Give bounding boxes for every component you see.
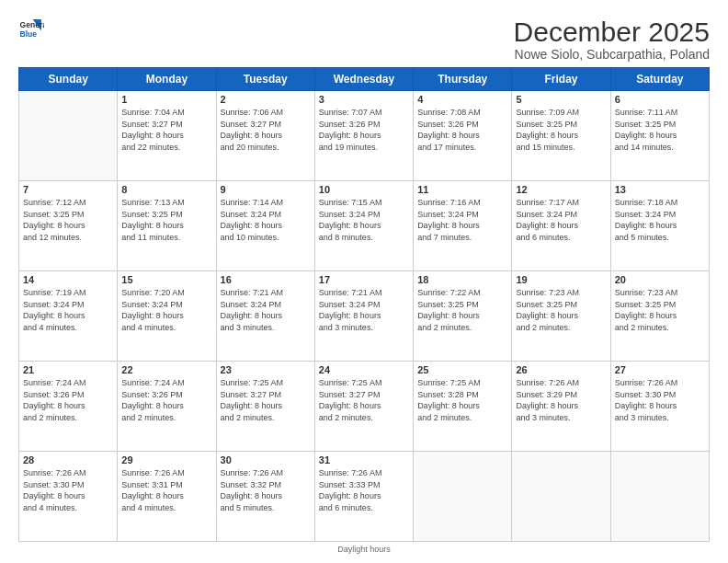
calendar-cell: 10Sunrise: 7:15 AM Sunset: 3:24 PM Dayli… [314, 181, 413, 271]
day-info: Sunrise: 7:26 AM Sunset: 3:31 PM Dayligh… [121, 467, 211, 513]
calendar-cell [610, 452, 709, 542]
calendar-week-1: 1Sunrise: 7:04 AM Sunset: 3:27 PM Daylig… [19, 91, 710, 181]
calendar-cell: 25Sunrise: 7:25 AM Sunset: 3:28 PM Dayli… [414, 362, 512, 452]
day-info: Sunrise: 7:21 AM Sunset: 3:24 PM Dayligh… [221, 287, 311, 333]
title-block: December 2025 Nowe Siolo, Subcarpathia, … [514, 17, 710, 62]
calendar-cell: 12Sunrise: 7:17 AM Sunset: 3:24 PM Dayli… [512, 181, 610, 271]
day-number: 25 [417, 364, 507, 375]
day-number: 23 [221, 364, 311, 375]
calendar-header-thursday: Thursday [414, 68, 512, 91]
day-number: 21 [23, 364, 113, 375]
day-number: 6 [615, 94, 705, 105]
calendar-cell: 30Sunrise: 7:26 AM Sunset: 3:32 PM Dayli… [216, 452, 314, 542]
day-number: 7 [23, 184, 113, 195]
calendar-cell: 13Sunrise: 7:18 AM Sunset: 3:24 PM Dayli… [610, 181, 709, 271]
calendar-cell: 31Sunrise: 7:26 AM Sunset: 3:33 PM Dayli… [314, 452, 413, 542]
day-info: Sunrise: 7:18 AM Sunset: 3:24 PM Dayligh… [615, 197, 705, 243]
logo: General Blue [18, 17, 44, 42]
calendar-cell: 6Sunrise: 7:11 AM Sunset: 3:25 PM Daylig… [610, 91, 709, 181]
day-info: Sunrise: 7:26 AM Sunset: 3:30 PM Dayligh… [615, 377, 705, 423]
day-number: 10 [319, 184, 409, 195]
calendar-cell [19, 91, 118, 181]
day-number: 4 [417, 94, 507, 105]
calendar-cell: 29Sunrise: 7:26 AM Sunset: 3:31 PM Dayli… [118, 452, 216, 542]
day-info: Sunrise: 7:12 AM Sunset: 3:25 PM Dayligh… [23, 197, 113, 243]
day-number: 12 [516, 184, 606, 195]
day-number: 11 [417, 184, 507, 195]
calendar-cell: 15Sunrise: 7:20 AM Sunset: 3:24 PM Dayli… [118, 271, 216, 362]
calendar-header-saturday: Saturday [610, 68, 709, 91]
day-number: 30 [221, 454, 311, 465]
day-info: Sunrise: 7:23 AM Sunset: 3:25 PM Dayligh… [516, 287, 606, 333]
calendar-cell: 26Sunrise: 7:26 AM Sunset: 3:29 PM Dayli… [512, 362, 610, 452]
calendar-cell: 28Sunrise: 7:26 AM Sunset: 3:30 PM Dayli… [19, 452, 118, 542]
day-number: 1 [121, 94, 211, 105]
calendar-week-3: 14Sunrise: 7:19 AM Sunset: 3:24 PM Dayli… [19, 271, 710, 362]
day-number: 5 [516, 94, 606, 105]
location: Nowe Siolo, Subcarpathia, Poland [514, 47, 710, 62]
calendar-cell: 19Sunrise: 7:23 AM Sunset: 3:25 PM Dayli… [512, 271, 610, 362]
day-number: 2 [221, 94, 311, 105]
day-info: Sunrise: 7:21 AM Sunset: 3:24 PM Dayligh… [319, 287, 409, 333]
calendar-cell: 4Sunrise: 7:08 AM Sunset: 3:26 PM Daylig… [414, 91, 512, 181]
calendar-cell: 8Sunrise: 7:13 AM Sunset: 3:25 PM Daylig… [118, 181, 216, 271]
day-info: Sunrise: 7:13 AM Sunset: 3:25 PM Dayligh… [121, 197, 211, 243]
header: General Blue December 2025 Nowe Siolo, S… [18, 17, 710, 62]
day-info: Sunrise: 7:23 AM Sunset: 3:25 PM Dayligh… [615, 287, 705, 333]
day-number: 16 [221, 274, 311, 285]
day-info: Sunrise: 7:16 AM Sunset: 3:24 PM Dayligh… [417, 197, 507, 243]
day-info: Sunrise: 7:26 AM Sunset: 3:33 PM Dayligh… [319, 467, 409, 513]
day-number: 14 [23, 274, 113, 285]
calendar-week-5: 28Sunrise: 7:26 AM Sunset: 3:30 PM Dayli… [19, 452, 710, 542]
day-number: 8 [121, 184, 211, 195]
calendar-cell: 17Sunrise: 7:21 AM Sunset: 3:24 PM Dayli… [314, 271, 413, 362]
footer-note: Daylight hours [18, 545, 710, 554]
calendar-cell: 3Sunrise: 7:07 AM Sunset: 3:26 PM Daylig… [314, 91, 413, 181]
day-info: Sunrise: 7:20 AM Sunset: 3:24 PM Dayligh… [121, 287, 211, 333]
day-info: Sunrise: 7:22 AM Sunset: 3:25 PM Dayligh… [417, 287, 507, 333]
day-info: Sunrise: 7:25 AM Sunset: 3:27 PM Dayligh… [221, 377, 311, 423]
calendar-cell: 24Sunrise: 7:25 AM Sunset: 3:27 PM Dayli… [314, 362, 413, 452]
calendar-cell: 7Sunrise: 7:12 AM Sunset: 3:25 PM Daylig… [19, 181, 118, 271]
calendar-cell [414, 452, 512, 542]
day-info: Sunrise: 7:25 AM Sunset: 3:28 PM Dayligh… [417, 377, 507, 423]
calendar-cell: 22Sunrise: 7:24 AM Sunset: 3:26 PM Dayli… [118, 362, 216, 452]
day-number: 9 [221, 184, 311, 195]
calendar-week-4: 21Sunrise: 7:24 AM Sunset: 3:26 PM Dayli… [19, 362, 710, 452]
calendar-cell: 16Sunrise: 7:21 AM Sunset: 3:24 PM Dayli… [216, 271, 314, 362]
day-number: 19 [516, 274, 606, 285]
day-info: Sunrise: 7:06 AM Sunset: 3:27 PM Dayligh… [221, 107, 311, 153]
calendar-header-sunday: Sunday [19, 68, 118, 91]
day-number: 22 [121, 364, 211, 375]
svg-text:General: General [20, 20, 44, 29]
calendar-cell: 2Sunrise: 7:06 AM Sunset: 3:27 PM Daylig… [216, 91, 314, 181]
day-number: 15 [121, 274, 211, 285]
calendar-header-row: SundayMondayTuesdayWednesdayThursdayFrid… [19, 68, 710, 91]
day-number: 18 [417, 274, 507, 285]
calendar-header-wednesday: Wednesday [314, 68, 413, 91]
day-info: Sunrise: 7:11 AM Sunset: 3:25 PM Dayligh… [615, 107, 705, 153]
calendar-cell: 9Sunrise: 7:14 AM Sunset: 3:24 PM Daylig… [216, 181, 314, 271]
calendar-cell: 5Sunrise: 7:09 AM Sunset: 3:25 PM Daylig… [512, 91, 610, 181]
calendar-cell: 21Sunrise: 7:24 AM Sunset: 3:26 PM Dayli… [19, 362, 118, 452]
logo-icon: General Blue [18, 17, 44, 42]
calendar-cell: 27Sunrise: 7:26 AM Sunset: 3:30 PM Dayli… [610, 362, 709, 452]
day-number: 28 [23, 454, 113, 465]
day-number: 20 [615, 274, 705, 285]
calendar-week-2: 7Sunrise: 7:12 AM Sunset: 3:25 PM Daylig… [19, 181, 710, 271]
calendar-header-monday: Monday [118, 68, 216, 91]
calendar-cell [512, 452, 610, 542]
day-info: Sunrise: 7:14 AM Sunset: 3:24 PM Dayligh… [221, 197, 311, 243]
day-number: 13 [615, 184, 705, 195]
day-info: Sunrise: 7:08 AM Sunset: 3:26 PM Dayligh… [417, 107, 507, 153]
day-info: Sunrise: 7:19 AM Sunset: 3:24 PM Dayligh… [23, 287, 113, 333]
calendar-cell: 1Sunrise: 7:04 AM Sunset: 3:27 PM Daylig… [118, 91, 216, 181]
day-number: 26 [516, 364, 606, 375]
calendar-cell: 20Sunrise: 7:23 AM Sunset: 3:25 PM Dayli… [610, 271, 709, 362]
month-title: December 2025 [514, 17, 710, 47]
page: General Blue December 2025 Nowe Siolo, S… [0, 0, 728, 563]
day-info: Sunrise: 7:26 AM Sunset: 3:30 PM Dayligh… [23, 467, 113, 513]
day-info: Sunrise: 7:26 AM Sunset: 3:32 PM Dayligh… [221, 467, 311, 513]
day-number: 24 [319, 364, 409, 375]
calendar-header-friday: Friday [512, 68, 610, 91]
